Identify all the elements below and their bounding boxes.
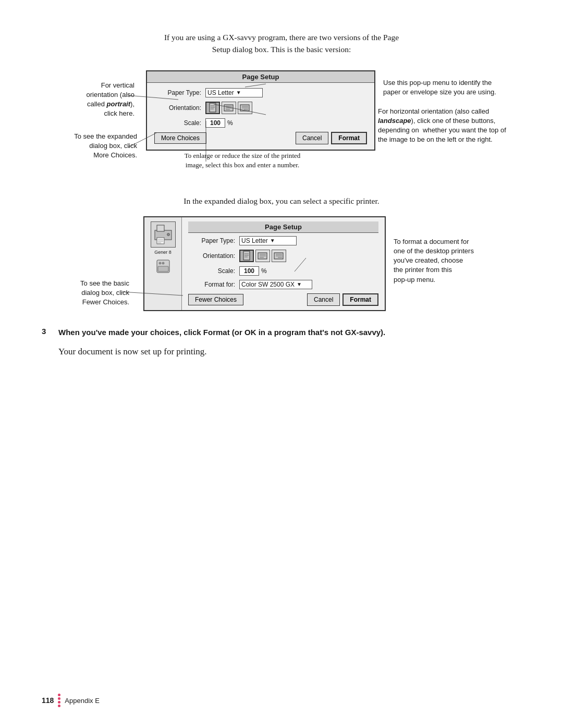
expanded-page-setup-dialog: Gener 8 Page Setup P bbox=[143, 216, 386, 311]
scale-unit: % bbox=[227, 119, 233, 127]
basic-dialog-section: For vertical orientation (also called po… bbox=[42, 70, 521, 151]
exp-orientation-label: Orientation: bbox=[188, 252, 235, 260]
svg-rect-28 bbox=[243, 251, 250, 260]
footer-appendix-text: Appendix E bbox=[65, 697, 100, 705]
callout-fewer-choices: To see the basic dialog box, click Fewer… bbox=[51, 279, 129, 307]
footer-dot-2 bbox=[58, 697, 60, 700]
footer-dots-decoration bbox=[58, 694, 60, 707]
step-3-text: When you've made your choices, click For… bbox=[58, 327, 385, 339]
callout-popup-menu: Use this pop-up menu to identify the pap… bbox=[383, 78, 516, 97]
format-for-row: Format for: Color SW 2500 GX ▼ bbox=[188, 280, 378, 289]
callout-portrait: For vertical orientation (also called po… bbox=[51, 81, 134, 119]
scale-input[interactable]: 100 bbox=[205, 118, 225, 128]
conclusion-text: Your document is now set up for printing… bbox=[58, 347, 521, 357]
exp-landscape-left-button[interactable] bbox=[255, 250, 270, 262]
svg-rect-18 bbox=[157, 225, 164, 231]
more-choices-button[interactable]: More Choices bbox=[154, 132, 206, 144]
page: If you are using a GX-savvy program, the… bbox=[0, 0, 563, 728]
paper-type-label: Paper Type: bbox=[154, 89, 201, 96]
exp-format-button[interactable]: Format bbox=[342, 293, 378, 306]
fewer-choices-button[interactable]: Fewer Choices bbox=[188, 294, 243, 305]
paper-type-dropdown[interactable]: US Letter ▼ bbox=[205, 88, 263, 97]
format-for-arrow-icon: ▼ bbox=[297, 281, 302, 287]
exp-orientation-row: Orientation: bbox=[188, 250, 378, 262]
callout-landscape: For horizontal orientation (also called … bbox=[378, 107, 516, 145]
basic-cancel-button[interactable]: Cancel bbox=[296, 132, 328, 144]
exp-paper-type-row: Paper Type: US Letter ▼ bbox=[188, 236, 378, 245]
basic-action-buttons: Cancel Format bbox=[296, 132, 367, 144]
footer-dot-3 bbox=[58, 701, 60, 704]
portrait-bold: portrait bbox=[107, 100, 131, 108]
callout-more-choices: To see the expanded dialog box, click Mo… bbox=[51, 132, 137, 161]
dropdown-arrow-icon: ▼ bbox=[236, 90, 241, 95]
exp-scale-unit: % bbox=[261, 267, 267, 275]
expanded-dialog-title: Page Setup bbox=[188, 221, 378, 233]
landscape-right-button[interactable] bbox=[238, 102, 252, 114]
footer-page-number: 118 bbox=[42, 696, 54, 705]
exp-paper-type-label: Paper Type: bbox=[188, 237, 235, 244]
exp-scale-input[interactable]: 100 bbox=[239, 266, 259, 276]
svg-point-26 bbox=[162, 262, 164, 264]
scale-row: Scale: 100 % bbox=[154, 118, 367, 128]
exp-scale-label: Scale: bbox=[188, 267, 235, 275]
exp-scale-row: Scale: 100 % bbox=[188, 266, 378, 276]
svg-point-20 bbox=[167, 233, 169, 236]
expanded-dialog-body: Page Setup Paper Type: US Letter ▼ Orien… bbox=[182, 217, 385, 310]
callout-scale: To enlarge or reduce the size of the pri… bbox=[164, 151, 321, 170]
scale-label: Scale: bbox=[154, 119, 201, 127]
format-for-label: Format for: bbox=[188, 281, 235, 288]
exp-landscape-right-button[interactable] bbox=[272, 250, 286, 262]
expanded-dialog-section: To see the basic dialog box, click Fewer… bbox=[42, 216, 521, 311]
format-for-dropdown[interactable]: Color SW 2500 GX ▼ bbox=[239, 280, 312, 289]
step-3-text-bold: When you've made your choices, click For… bbox=[58, 328, 385, 337]
printer-small-icon bbox=[156, 259, 170, 274]
exp-dropdown-arrow-icon: ▼ bbox=[270, 238, 275, 243]
exp-action-buttons: Cancel Format bbox=[307, 293, 378, 306]
expanded-heading-text: In the expanded dialog box, you can sele… bbox=[183, 196, 379, 205]
basic-dialog-buttons: More Choices Cancel Format bbox=[154, 132, 367, 144]
format-for-value: Color SW 2500 GX bbox=[241, 281, 295, 288]
paper-type-row: Paper Type: US Letter ▼ bbox=[154, 88, 367, 97]
exp-cancel-button[interactable]: Cancel bbox=[307, 293, 340, 306]
basic-dialog-title: Page Setup bbox=[147, 71, 374, 83]
printer-icon[interactable] bbox=[151, 221, 176, 248]
footer-dot-1 bbox=[58, 694, 60, 696]
callout-format-for: To format a document for one of the desk… bbox=[394, 237, 516, 285]
orientation-label: Orientation: bbox=[154, 104, 201, 112]
intro-line1: If you are using a GX-savvy program, the… bbox=[164, 33, 399, 42]
orientation-row: Orientation: bbox=[154, 102, 367, 114]
step-3-number: 3 bbox=[42, 327, 51, 336]
exp-paper-type-value: US Letter bbox=[241, 237, 268, 244]
exp-orientation-buttons bbox=[239, 250, 286, 262]
svg-point-25 bbox=[158, 262, 161, 264]
expanded-dialog-buttons: Fewer Choices Cancel Format bbox=[188, 293, 378, 306]
conclusion-span: Your document is now set up for printing… bbox=[58, 347, 206, 356]
intro-line2: Setup dialog box. This is the basic vers… bbox=[212, 45, 351, 54]
exp-paper-type-dropdown[interactable]: US Letter ▼ bbox=[239, 236, 297, 245]
expanded-heading: In the expanded dialog box, you can sele… bbox=[42, 195, 521, 207]
portrait-button[interactable] bbox=[205, 102, 220, 114]
footer-dot-4 bbox=[58, 705, 60, 707]
intro-text: If you are using a GX-savvy program, the… bbox=[42, 31, 521, 56]
paper-type-value: US Letter bbox=[207, 89, 234, 96]
svg-rect-0 bbox=[210, 103, 216, 112]
basic-page-setup-dialog: Page Setup Paper Type: US Letter ▼ Orien… bbox=[146, 70, 375, 151]
landscape-bold: landscape bbox=[378, 117, 411, 125]
exp-portrait-button[interactable] bbox=[239, 250, 254, 262]
landscape-left-button[interactable] bbox=[222, 102, 236, 114]
printer-panel: Gener 8 bbox=[144, 217, 182, 310]
orientation-buttons bbox=[205, 102, 252, 114]
basic-format-button[interactable]: Format bbox=[331, 132, 367, 144]
printer-name-label: Gener 8 bbox=[154, 250, 172, 255]
footer: 118 Appendix E bbox=[42, 694, 100, 707]
step-3-section: 3 When you've made your choices, click F… bbox=[42, 327, 521, 339]
svg-rect-27 bbox=[158, 266, 168, 272]
